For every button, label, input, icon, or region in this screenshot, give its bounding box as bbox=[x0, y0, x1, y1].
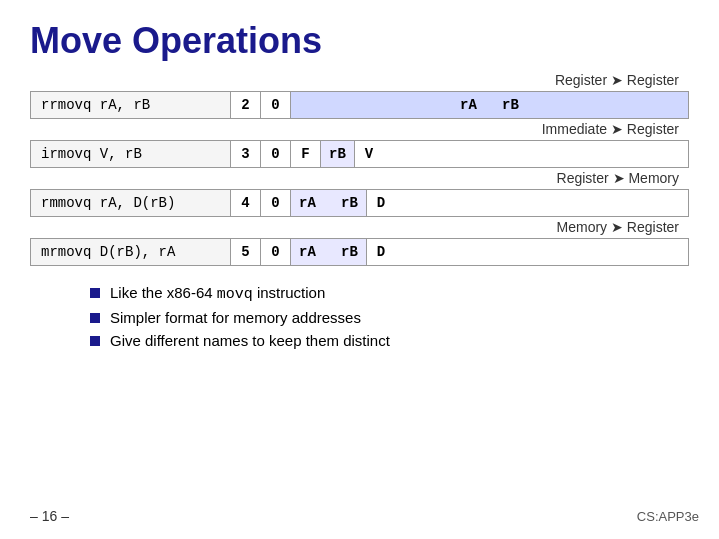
rm-disp: D bbox=[367, 190, 688, 216]
rm-fields: 4 0 rA rB D bbox=[231, 190, 688, 216]
bullet-2-text: Simpler format for memory addresses bbox=[110, 309, 361, 326]
ir-label: Immediate ➤ Register bbox=[30, 121, 689, 137]
rr-instr-label: rrmovq rA, rB bbox=[31, 92, 231, 118]
section-rr: Register ➤ Register rrmovq rA, rB 2 0 rA… bbox=[30, 72, 689, 119]
rr-arrow: ➤ bbox=[611, 72, 627, 88]
section-rm: Register ➤ Memory rmmovq rA, D(rB) 4 0 r… bbox=[30, 170, 689, 217]
bullet-3: Give different names to keep them distin… bbox=[90, 332, 689, 349]
bullet-section: Like the x86-64 movq instruction Simpler… bbox=[90, 284, 689, 349]
ir-arrow: ➤ bbox=[611, 121, 627, 137]
bullet-3-icon bbox=[90, 336, 100, 346]
ir-instruction-row: irmovq V, rB 3 0 F rB V bbox=[30, 140, 689, 168]
rm-arrow: ➤ bbox=[613, 170, 629, 186]
rm-instruction-row: rmmovq rA, D(rB) 4 0 rA rB D bbox=[30, 189, 689, 217]
rr-regs: rA rB bbox=[291, 92, 688, 118]
mr-disp: D bbox=[367, 239, 688, 265]
ir-fields: 3 0 F rB V bbox=[231, 141, 688, 167]
rr-byte2: 0 bbox=[261, 92, 291, 118]
mr-label: Memory ➤ Register bbox=[30, 219, 689, 235]
rm-regs: rA rB bbox=[291, 190, 367, 216]
rr-fields: 2 0 rA rB bbox=[231, 92, 688, 118]
ir-byte1: 3 bbox=[231, 141, 261, 167]
section-ir: Immediate ➤ Register irmovq V, rB 3 0 F … bbox=[30, 121, 689, 168]
footer-left: – 16 – bbox=[30, 508, 69, 524]
ir-instr-label: irmovq V, rB bbox=[31, 141, 231, 167]
bullet-3-text: Give different names to keep them distin… bbox=[110, 332, 390, 349]
mr-instruction-row: mrmovq D(rB), rA 5 0 rA rB D bbox=[30, 238, 689, 266]
ir-byte2: 0 bbox=[261, 141, 291, 167]
footer-right: CS:APP3e bbox=[637, 509, 699, 524]
mr-byte1: 5 bbox=[231, 239, 261, 265]
ir-byte3: F bbox=[291, 141, 321, 167]
rr-instruction-row: rrmovq rA, rB 2 0 rA rB bbox=[30, 91, 689, 119]
rr-byte1: 2 bbox=[231, 92, 261, 118]
mr-arrow: ➤ bbox=[611, 219, 627, 235]
mr-instr-label: mrmovq D(rB), rA bbox=[31, 239, 231, 265]
mr-byte2: 0 bbox=[261, 239, 291, 265]
rm-byte1: 4 bbox=[231, 190, 261, 216]
page-title: Move Operations bbox=[30, 20, 689, 62]
bullet-1-text: Like the x86-64 movq instruction bbox=[110, 284, 325, 303]
rm-instr-label: rmmovq rA, D(rB) bbox=[31, 190, 231, 216]
rm-label: Register ➤ Memory bbox=[30, 170, 689, 186]
section-mr: Memory ➤ Register mrmovq D(rB), rA 5 0 r… bbox=[30, 219, 689, 266]
bullet-2-icon bbox=[90, 313, 100, 323]
ir-regs: rB bbox=[321, 141, 355, 167]
bullet-1: Like the x86-64 movq instruction bbox=[90, 284, 689, 303]
bullet-1-icon bbox=[90, 288, 100, 298]
mr-fields: 5 0 rA rB D bbox=[231, 239, 688, 265]
ir-imm: V bbox=[355, 141, 688, 167]
page: Move Operations Register ➤ Register rrmo… bbox=[0, 0, 719, 539]
rr-label: Register ➤ Register bbox=[30, 72, 689, 88]
bullet-2: Simpler format for memory addresses bbox=[90, 309, 689, 326]
rm-byte2: 0 bbox=[261, 190, 291, 216]
mr-regs: rA rB bbox=[291, 239, 367, 265]
